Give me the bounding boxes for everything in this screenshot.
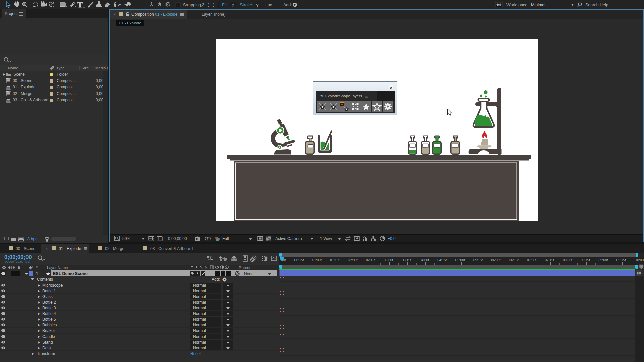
svg-text:ai: ai: [341, 103, 343, 106]
svg-text:o: o: [210, 236, 211, 238]
svg-text:fx: fx: [205, 265, 207, 269]
svg-text:Search Help: Search Help: [585, 3, 608, 7]
svg-text:Workspace:: Workspace:: [506, 3, 529, 7]
svg-text:?: ?: [232, 3, 234, 8]
svg-text:Add:: Add:: [283, 3, 292, 7]
svg-text:Fill:: Fill:: [222, 3, 228, 7]
svg-text:Minimal: Minimal: [531, 3, 545, 7]
svg-text:Stroke:: Stroke:: [240, 3, 253, 7]
svg-text:?: ?: [256, 3, 259, 8]
svg-text:Snapping: Snapping: [183, 3, 201, 7]
svg-text:- px: - px: [265, 3, 272, 7]
